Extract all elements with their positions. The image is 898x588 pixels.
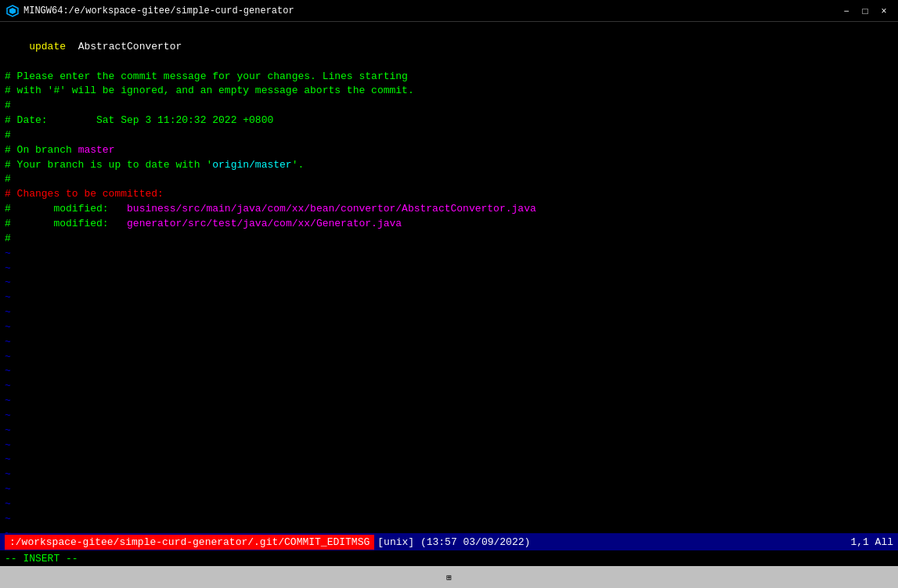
status-path: :/workspace-gitee/simple-curd-generator/…	[5, 535, 374, 550]
comment-line-10: # modified: business/src/main/java/com/x…	[5, 202, 893, 217]
title-bar: MINGW64:/e/workspace-gitee/simple-curd-g…	[0, 0, 898, 22]
svg-marker-1	[9, 8, 16, 14]
maximize-button[interactable]: □	[857, 3, 873, 19]
tilde-2: ~	[5, 262, 893, 276]
terminal-content: update AbstractConvertor # Please enter …	[0, 22, 898, 533]
tilde-18: ~	[5, 497, 893, 512]
tilde-15: ~	[5, 453, 893, 467]
tilde-16: ~	[5, 467, 893, 482]
tilde-5: ~	[5, 305, 893, 320]
tilde-12: ~	[5, 409, 893, 424]
tilde-8: ~	[5, 350, 893, 365]
status-bar-left: :/workspace-gitee/simple-curd-generator/…	[5, 535, 533, 550]
terminal-icon	[6, 5, 19, 17]
comment-line-11: # modified: generator/src/test/java/com/…	[5, 217, 893, 232]
comment-line-8: #	[5, 172, 893, 187]
comment-line-9: # Changes to be committed:	[5, 187, 893, 202]
comment-line-3: #	[5, 99, 893, 114]
update-keyword: update	[29, 41, 66, 52]
window-title: MINGW64:/e/workspace-gitee/simple-curd-g…	[23, 5, 294, 16]
tilde-1: ~	[5, 247, 893, 262]
status-position: 1,1 All	[850, 536, 893, 548]
tilde-19: ~	[5, 512, 893, 527]
tilde-7: ~	[5, 335, 893, 350]
window-controls[interactable]: − □ ×	[838, 3, 892, 19]
taskbar: ⊞	[0, 566, 898, 588]
tilde-11: ~	[5, 394, 893, 409]
tilde-14: ~	[5, 438, 893, 453]
minimize-button[interactable]: −	[838, 3, 854, 19]
tilde-6: ~	[5, 320, 893, 335]
tilde-10: ~	[5, 379, 893, 394]
update-value: AbstractConvertor	[66, 41, 182, 52]
status-bar: :/workspace-gitee/simple-curd-generator/…	[0, 533, 898, 550]
tilde-4: ~	[5, 290, 893, 305]
title-bar-left: MINGW64:/e/workspace-gitee/simple-curd-g…	[6, 5, 294, 17]
status-info: [unix] (13:57 03/09/2022)	[374, 536, 533, 548]
tilde-17: ~	[5, 482, 893, 497]
insert-bar: -- INSERT --	[0, 550, 898, 566]
insert-mode-label: -- INSERT --	[5, 553, 78, 565]
tilde-20: ~	[5, 527, 893, 533]
tilde-13: ~	[5, 424, 893, 438]
tilde-9: ~	[5, 364, 893, 379]
update-line: update AbstractConvertor	[5, 25, 893, 70]
comment-line-1: # Please enter the commit message for yo…	[5, 70, 893, 85]
comment-line-12: #	[5, 232, 893, 247]
comment-line-7: # Your branch is up to date with 'origin…	[5, 158, 893, 173]
tilde-3: ~	[5, 276, 893, 290]
comment-line-6: # On branch master	[5, 143, 893, 158]
comment-line-5: #	[5, 128, 893, 143]
taskbar-icon: ⊞	[446, 572, 452, 583]
close-button[interactable]: ×	[876, 3, 892, 19]
comment-line-2: # with '#' will be ignored, and an empty…	[5, 84, 893, 99]
comment-line-4: # Date: Sat Sep 3 11:20:32 2022 +0800	[5, 114, 893, 128]
